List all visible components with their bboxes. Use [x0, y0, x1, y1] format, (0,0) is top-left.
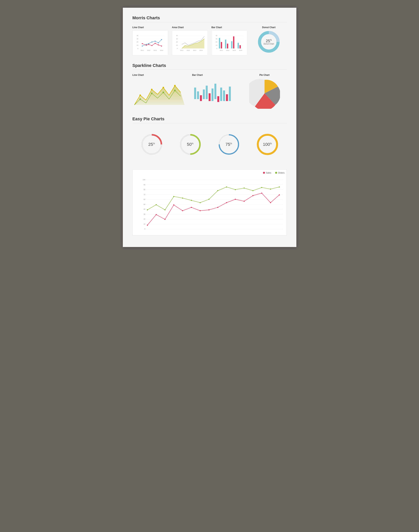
svg-text:10: 10 [176, 44, 178, 46]
easypie-section: Easy Pie Charts 25% [132, 117, 287, 162]
svg-text:2012: 2012 [147, 50, 150, 51]
svg-point-143 [226, 202, 227, 203]
easypie-50-canvas: 50% [179, 133, 202, 156]
svg-text:2013: 2013 [233, 50, 236, 51]
svg-point-121 [173, 196, 174, 197]
svg-text:50: 50 [144, 204, 145, 205]
easypie-50: 50% [179, 133, 202, 156]
svg-rect-61 [231, 41, 232, 49]
svg-rect-85 [220, 88, 222, 101]
svg-rect-76 [194, 88, 196, 99]
svg-point-141 [209, 209, 210, 210]
svg-point-126 [217, 190, 218, 191]
donut-percent-text: 25% Donut Chart [263, 39, 274, 45]
sparkline-line-label: Line Chart [132, 74, 186, 76]
svg-point-24 [151, 45, 152, 46]
easypie-75-label: 75% [225, 142, 232, 147]
svg-text:20: 20 [144, 218, 145, 220]
svg-text:2013: 2013 [154, 50, 157, 51]
svg-text:60: 60 [144, 199, 145, 200]
svg-rect-87 [226, 94, 228, 101]
svg-text:30: 30 [176, 38, 178, 40]
svg-marker-42 [182, 39, 204, 48]
morris-bar-chart: 40 30 20 10 0 2011 2012 2013 2014 [211, 30, 247, 55]
svg-text:2014: 2014 [160, 50, 163, 51]
svg-rect-84 [217, 96, 219, 102]
svg-text:2012: 2012 [226, 50, 229, 51]
svg-text:40: 40 [216, 35, 217, 37]
svg-point-142 [217, 207, 218, 208]
svg-point-75 [174, 90, 176, 91]
svg-text:20: 20 [176, 41, 178, 43]
easypie-title: Easy Pie Charts [132, 117, 287, 123]
svg-text:10: 10 [144, 223, 145, 225]
svg-text:40: 40 [176, 35, 178, 37]
svg-text:0: 0 [144, 228, 145, 230]
svg-text:2011: 2011 [141, 50, 144, 51]
svg-rect-88 [229, 87, 231, 101]
svg-point-68 [139, 94, 141, 96]
svg-point-123 [191, 200, 192, 201]
svg-rect-77 [197, 91, 199, 99]
svg-text:80: 80 [144, 189, 145, 191]
legend-orders-label: Orders [278, 172, 285, 174]
svg-point-72 [139, 98, 141, 100]
legend-orders-dot [275, 172, 277, 174]
easypie-row: 25% 50% [132, 127, 287, 162]
svg-text:20: 20 [216, 41, 217, 43]
svg-text:0: 0 [216, 48, 217, 49]
svg-rect-64 [239, 45, 241, 49]
svg-point-122 [182, 197, 183, 198]
svg-point-20 [161, 39, 162, 40]
main-page: Morris Charts Line Chart 40 [123, 8, 296, 247]
morris-area-label: Area Chart [172, 26, 208, 29]
morris-area-block: Area Chart 40 30 20 10 0 2011 [172, 26, 208, 55]
svg-text:40: 40 [136, 35, 138, 37]
svg-text:30: 30 [216, 38, 217, 40]
easypie-100-canvas: 100% [256, 133, 279, 156]
easypie-100-label: 100% [263, 142, 272, 147]
svg-rect-58 [221, 42, 222, 48]
svg-text:2014: 2014 [239, 50, 242, 51]
svg-point-18 [155, 41, 156, 42]
svg-point-73 [151, 92, 153, 94]
morris-area-chart: 40 30 20 10 0 2011 2012 2013 2014 [172, 30, 208, 55]
svg-rect-62 [233, 37, 234, 49]
svg-text:2013: 2013 [193, 50, 196, 51]
morris-section: Morris Charts Line Chart 40 [132, 15, 287, 55]
easypie-75: 75% [217, 133, 240, 156]
svg-point-145 [244, 201, 245, 202]
easypie-25: 25% [140, 133, 163, 156]
svg-text:30: 30 [144, 213, 145, 215]
sparkline-pie-block: Pie Chart [242, 74, 287, 109]
svg-point-19 [158, 42, 159, 43]
svg-point-146 [252, 195, 253, 196]
svg-text:70: 70 [144, 194, 145, 195]
svg-point-135 [156, 214, 157, 215]
svg-point-137 [173, 204, 174, 205]
sparkline-section: Sparkline Charts Line Chart [132, 63, 287, 109]
svg-point-133 [279, 186, 280, 187]
sparkline-bar-label: Bar Chart [192, 74, 236, 76]
morris-charts-row: Line Chart 40 30 20 10 [132, 26, 287, 55]
morris-line-block: Line Chart 40 30 20 10 [132, 26, 168, 55]
svg-point-148 [270, 202, 271, 203]
morris-bar-block: Bar Chart 40 30 20 10 0 2011 [211, 26, 247, 55]
svg-point-23 [148, 44, 149, 45]
svg-point-149 [279, 194, 280, 195]
morris-donut-chart: 25% Donut Chart [257, 30, 280, 53]
svg-point-69 [151, 89, 153, 90]
svg-point-129 [244, 187, 245, 188]
easypie-25-canvas: 25% [140, 133, 163, 156]
svg-rect-82 [211, 89, 213, 101]
svg-point-71 [174, 85, 176, 86]
svg-point-70 [163, 87, 164, 88]
svg-point-132 [270, 189, 271, 190]
svg-rect-81 [209, 93, 210, 101]
svg-point-124 [200, 202, 200, 203]
svg-text:2011: 2011 [220, 50, 223, 51]
chart-legend: Sales Orders [140, 172, 285, 174]
svg-rect-63 [237, 43, 239, 48]
sparkline-row: Line Chart [132, 74, 287, 109]
svg-point-125 [209, 199, 210, 200]
